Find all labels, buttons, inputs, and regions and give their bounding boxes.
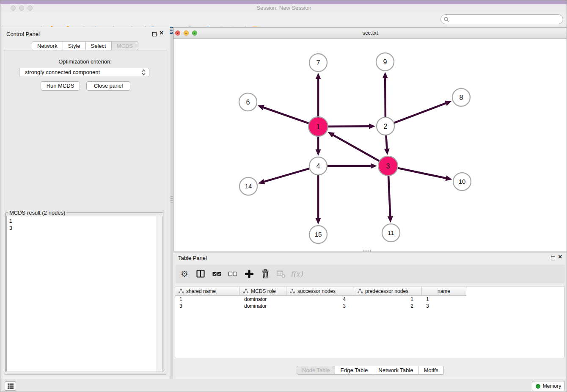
graph-edge-3-11[interactable] bbox=[388, 176, 393, 223]
graph-edge-2-3[interactable] bbox=[384, 135, 390, 155]
graph-node-3[interactable]: 3 bbox=[378, 156, 398, 176]
select-stepper-icon bbox=[142, 69, 146, 78]
graph-node-8[interactable]: 8 bbox=[452, 88, 470, 106]
list-icon bbox=[7, 383, 14, 389]
graph-edge-4-15[interactable] bbox=[316, 175, 321, 224]
table-cell[interactable]: dominator bbox=[240, 303, 286, 309]
graph-edge-1-2[interactable] bbox=[328, 124, 375, 129]
table-tab-network-table[interactable]: Network Table bbox=[373, 366, 418, 375]
vertical-splitter-grip[interactable] bbox=[171, 196, 173, 204]
graph-edge-2-8[interactable] bbox=[394, 101, 452, 123]
graph-node-label: 9 bbox=[383, 58, 387, 66]
table-cell[interactable]: 2 bbox=[354, 303, 422, 309]
task-history-button[interactable] bbox=[5, 381, 16, 391]
float-table-panel-button[interactable] bbox=[551, 256, 555, 260]
delete-column-icon[interactable] bbox=[260, 268, 271, 279]
table-settings-icon[interactable]: ⚙ bbox=[179, 268, 190, 279]
graph-edge-4-3[interactable] bbox=[328, 163, 377, 169]
graph-node-14[interactable]: 14 bbox=[239, 177, 257, 195]
tab-mcds[interactable]: MCDS bbox=[112, 41, 138, 50]
graph-edge-3-1[interactable] bbox=[328, 132, 379, 161]
function-builder-icon: f(x) bbox=[291, 268, 302, 279]
deselect-all-icon[interactable] bbox=[227, 268, 238, 279]
graph-node-2[interactable]: 2 bbox=[377, 117, 394, 135]
add-column-icon[interactable] bbox=[244, 268, 255, 279]
network-canvas[interactable]: 7968124314101511 bbox=[173, 39, 567, 251]
table-tab-edge-table[interactable]: Edge Table bbox=[335, 366, 373, 375]
graph-node-label: 11 bbox=[388, 229, 394, 236]
mcds-result-textarea[interactable]: 13 bbox=[6, 216, 162, 371]
control-panel-title: Control Panel bbox=[6, 31, 40, 37]
table-cell[interactable]: 1 bbox=[175, 296, 240, 303]
main-titlebar: Session: New Session bbox=[0, 4, 567, 12]
tab-network[interactable]: Network bbox=[32, 41, 63, 50]
graph-node-10[interactable]: 10 bbox=[453, 173, 471, 190]
memory-status-icon bbox=[536, 384, 540, 389]
node-table-header: shared nameMCDS rolesuccessor nodesprede… bbox=[175, 287, 466, 295]
network-titlebar[interactable]: × − + scc.txt bbox=[173, 28, 567, 39]
table-toolbar: ⚙ f(x) bbox=[176, 265, 565, 283]
graph-node-6[interactable]: 6 bbox=[239, 93, 257, 111]
graph-node-9[interactable]: 9 bbox=[376, 53, 394, 71]
close-panel-icon[interactable]: × bbox=[160, 30, 163, 36]
graph-edge-4-14[interactable] bbox=[258, 168, 309, 184]
result-scrollbar[interactable] bbox=[157, 216, 162, 371]
table-cell[interactable]: 1 bbox=[354, 296, 422, 303]
graph-edge-1-4[interactable] bbox=[316, 137, 321, 156]
window-title: Session: New Session bbox=[0, 5, 567, 11]
graph-node-11[interactable]: 11 bbox=[382, 224, 400, 242]
table-tab-node-table[interactable]: Node Table bbox=[297, 366, 336, 375]
table-row[interactable]: 1dominator411 bbox=[175, 296, 466, 303]
close-panel-button[interactable]: Close panel bbox=[86, 81, 130, 91]
column-header-label: shared name bbox=[186, 288, 216, 294]
graph-node-label: 10 bbox=[459, 178, 466, 185]
memory-label: Memory bbox=[543, 383, 561, 389]
network-graph: 7968124314101511 bbox=[173, 39, 567, 251]
run-mcds-button[interactable]: Run MCDS bbox=[41, 81, 80, 91]
search-input[interactable] bbox=[440, 14, 563, 24]
graph-edge-2-9[interactable] bbox=[383, 72, 388, 117]
table-cell[interactable]: 3 bbox=[422, 303, 466, 309]
column-header-shared-name[interactable]: shared name bbox=[175, 287, 240, 295]
graph-node-label: 7 bbox=[317, 59, 320, 66]
column-header-label: name bbox=[438, 288, 450, 294]
memory-button[interactable]: Memory bbox=[532, 381, 565, 391]
column-header-mcds-role[interactable]: MCDS role bbox=[240, 287, 286, 295]
tab-select[interactable]: Select bbox=[86, 41, 112, 50]
table-cell[interactable]: 1 bbox=[422, 296, 466, 303]
graph-node-4[interactable]: 4 bbox=[309, 157, 327, 175]
criterion-select-value: strongly connected component bbox=[25, 69, 100, 75]
float-panel-button[interactable] bbox=[152, 32, 157, 36]
horizontal-splitter-grip[interactable] bbox=[363, 250, 372, 252]
table-cell[interactable]: 3 bbox=[286, 303, 354, 309]
status-bar: Memory bbox=[0, 379, 567, 392]
table-cell[interactable]: dominator bbox=[240, 296, 286, 303]
table-tab-motifs[interactable]: Motifs bbox=[418, 366, 444, 375]
column-header-successor-nodes[interactable]: successor nodes bbox=[286, 287, 354, 295]
graph-node-15[interactable]: 15 bbox=[309, 226, 327, 243]
column-view-icon[interactable] bbox=[195, 268, 206, 279]
network-view-window: × − + scc.txt 7968124314101511 bbox=[173, 27, 567, 251]
select-all-icon[interactable] bbox=[211, 268, 222, 279]
graph-node-label: 4 bbox=[317, 163, 320, 170]
graph-node-7[interactable]: 7 bbox=[309, 54, 327, 72]
graph-edge-1-6[interactable] bbox=[258, 105, 309, 123]
column-header-name[interactable]: name bbox=[422, 287, 466, 295]
node-table-rows: 1dominator4113dominator323 bbox=[175, 296, 466, 309]
table-cell[interactable]: 3 bbox=[175, 303, 240, 309]
control-panel: Control Panel × NetworkStyleSelectMCDS O… bbox=[0, 27, 170, 379]
graph-edge-1-7[interactable] bbox=[316, 73, 321, 116]
criterion-select[interactable]: strongly connected component bbox=[19, 68, 149, 77]
main-toolbar bbox=[0, 12, 567, 27]
graph-node-label: 14 bbox=[245, 182, 252, 190]
search-box bbox=[440, 14, 563, 24]
table-row[interactable]: 3dominator323 bbox=[175, 303, 466, 309]
graph-node-label: 8 bbox=[460, 94, 463, 101]
graph-edge-3-10[interactable] bbox=[398, 168, 452, 181]
tab-style[interactable]: Style bbox=[63, 41, 86, 50]
close-table-panel-icon[interactable]: × bbox=[558, 254, 562, 260]
table-cell[interactable]: 4 bbox=[286, 296, 354, 303]
graph-node-label: 15 bbox=[315, 231, 322, 238]
graph-node-1[interactable]: 1 bbox=[308, 117, 328, 136]
column-header-predecessor-nodes[interactable]: predecessor nodes bbox=[354, 287, 422, 295]
